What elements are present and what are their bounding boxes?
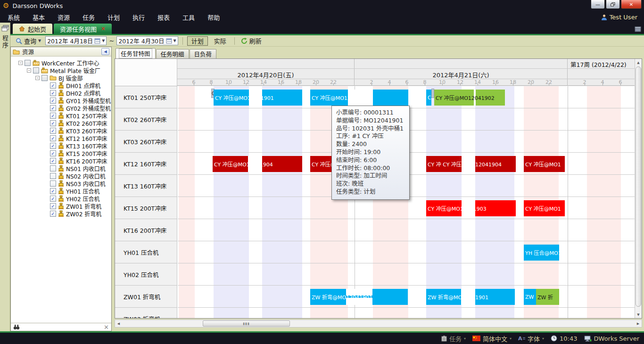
tree-node[interactable]: ✓KT13 160T冲床	[11, 142, 111, 149]
tree-node[interactable]: -Metal Plate 钣金厂	[11, 66, 111, 74]
tree-node[interactable]: ✓YH02 压合机	[11, 195, 111, 202]
vertical-scrollbar[interactable]: ▲ ▼	[635, 59, 642, 318]
refresh-button[interactable]: 刷新	[239, 36, 264, 45]
menu-item[interactable]: 系统	[8, 13, 20, 22]
tree-checkbox[interactable]	[41, 75, 48, 81]
gantt-task-bar[interactable]: CY 冲 CY 冲压@MO12041904	[426, 156, 516, 172]
menu-item[interactable]: 执行	[132, 13, 145, 22]
tree-node[interactable]: ✓KT15 200T冲床	[11, 149, 111, 157]
scroll-left-icon[interactable]: ◀	[115, 320, 122, 327]
tree-node[interactable]: ✓KT12 160T冲床	[11, 134, 111, 142]
menu-item[interactable]: 资源	[58, 13, 70, 22]
restore-button[interactable]	[606, 0, 620, 9]
tree-node[interactable]: -WorkCenter 工作中心	[11, 59, 111, 66]
gantt-task-bar[interactable]: CY 冲压@MO12041904	[310, 156, 408, 172]
gantt-tab[interactable]: 日负荷	[190, 49, 217, 58]
menu-item[interactable]: 帮助	[207, 13, 220, 22]
status-item[interactable]: 10:43	[551, 335, 577, 342]
tree-node[interactable]: ✓DH01 点焊机	[11, 82, 111, 89]
tree-node[interactable]: ✓ZW02 折弯机	[11, 210, 111, 217]
gantt-task-bar[interactable]: CY 冲压@MO12041901	[214, 90, 302, 106]
gantt-task-bar[interactable]: CY 冲压@MO1	[524, 200, 565, 216]
scroll-down-icon[interactable]: ▼	[635, 311, 642, 318]
tree-checkbox[interactable]	[50, 180, 56, 187]
gantt-tab[interactable]: 任务明细	[156, 49, 189, 58]
tree-node[interactable]: NS02 内收口机	[11, 172, 111, 180]
tree-checkbox[interactable]: ✓	[50, 211, 56, 217]
gantt-task-bar[interactable]: ZW	[524, 289, 536, 305]
gantt-task-bar[interactable]: CY 冲压@MO12041903	[426, 200, 516, 216]
layout-icon[interactable]	[635, 26, 641, 32]
current-user[interactable]: Test User	[601, 14, 637, 21]
tree-node[interactable]: -BJ 钣金部	[11, 74, 111, 82]
tree-search-bar[interactable]: ✕	[11, 323, 111, 331]
horizontal-scrollbar[interactable]: ◀ ▮▮▮ ▶	[115, 319, 642, 328]
tree-checkbox[interactable]: ✓	[50, 82, 56, 89]
collapsed-panel-strip[interactable]: 程序	[0, 23, 10, 331]
tree-checkbox[interactable]	[33, 67, 39, 74]
tab-home[interactable]: 起始页	[13, 24, 52, 34]
tree-checkbox[interactable]: ✓	[50, 188, 56, 194]
gantt-task-bar[interactable]: ZW 折弯@MO12041901	[310, 289, 408, 305]
gantt-task-bar[interactable]: C	[426, 90, 431, 106]
tree-node[interactable]: ✓GY01 外桶成型机	[11, 97, 111, 104]
menu-item[interactable]: 工具	[182, 13, 195, 22]
tree-node[interactable]: ✓YH01 压合机	[11, 187, 111, 195]
gantt-task-bar[interactable]: CY 冲压@MO12041904	[213, 156, 302, 172]
tree-checkbox[interactable]: ✓	[50, 98, 56, 104]
tree-node[interactable]: ✓KT02 260T冲床	[11, 119, 111, 127]
status-item[interactable]: 任务▾	[441, 334, 466, 343]
gantt-task-bar[interactable]: CY 冲压@MO12041901	[310, 90, 408, 106]
tree-checkbox[interactable]: ✓	[50, 135, 56, 141]
tree-expander-icon[interactable]: -	[35, 76, 40, 80]
plan-toggle-button[interactable]: 计划	[187, 36, 208, 46]
horizontal-scroll-thumb[interactable]: ▮▮▮	[203, 320, 290, 327]
date-to-picker[interactable]: 2012年 4月30日 ▼	[116, 36, 178, 45]
gantt-task-bar[interactable]: ZW 折	[536, 289, 559, 305]
tree-checkbox[interactable]: ✓	[50, 143, 56, 149]
tab-close-icon[interactable]: ✕	[101, 26, 106, 32]
gantt-task-bar[interactable]: ZW 折弯@MO12041901	[426, 289, 515, 305]
tree-checkbox[interactable]: ✓	[50, 113, 56, 119]
tree-checkbox[interactable]: ✓	[50, 150, 56, 156]
minimize-button[interactable]: —	[591, 0, 605, 9]
scroll-right-icon[interactable]: ▶	[635, 320, 642, 327]
actual-toggle-button[interactable]: 实际	[210, 36, 230, 46]
scroll-up-icon[interactable]: ▲	[635, 59, 642, 66]
date-from-picker[interactable]: 2012年 4月18日 ▼	[45, 36, 107, 45]
tree-checkbox[interactable]: ✓	[50, 158, 56, 164]
tree-node[interactable]: ✓ZW01 折弯机	[11, 202, 111, 210]
tree-expander-icon[interactable]: -	[27, 68, 31, 73]
tab-resource-task-view[interactable]: 资源任务视图 ✕	[54, 24, 112, 34]
tree-checkbox[interactable]	[50, 173, 56, 179]
gantt-task-bar[interactable]: YH 压合@MO1	[524, 245, 559, 261]
query-button[interactable]: 查询 ▼	[14, 36, 43, 46]
tree-node[interactable]: ✓GY02 外桶成型机	[11, 104, 111, 112]
gantt-task-bar[interactable]: CY 冲压@MO1	[524, 156, 565, 172]
vertical-scroll-thumb[interactable]	[636, 66, 641, 307]
status-item[interactable]: A字体▾	[518, 334, 544, 343]
clear-search-icon[interactable]: ✕	[104, 324, 109, 330]
menu-item[interactable]: 计划	[107, 13, 120, 22]
tree-checkbox[interactable]: ✓	[50, 90, 56, 96]
tree-node[interactable]: ✓KT16 200T冲床	[11, 157, 111, 164]
tree-checkbox[interactable]: ✓	[50, 120, 56, 126]
tree-expander-icon[interactable]: -	[18, 61, 23, 65]
menu-item[interactable]: 基本	[33, 13, 45, 22]
tree-node[interactable]: NS03 内收口机	[11, 180, 111, 187]
gantt-task-bar[interactable]: CY 冲压@MO12041902	[434, 90, 505, 106]
status-item[interactable]: 简体中文▾	[472, 334, 512, 343]
gantt-tab[interactable]: 任务甘特图	[116, 48, 156, 58]
tree-checkbox[interactable]: ✓	[50, 128, 56, 134]
tree-checkbox[interactable]	[25, 60, 31, 66]
menu-item[interactable]: 任务	[83, 13, 95, 22]
tree-checkbox[interactable]	[50, 165, 56, 172]
tree-node[interactable]: ✓DH02 点焊机	[11, 89, 111, 97]
collapse-panel-button[interactable]: ◀	[101, 48, 109, 55]
status-item[interactable]: DWorks Server	[584, 335, 639, 342]
tree-checkbox[interactable]: ✓	[50, 105, 56, 111]
tree-checkbox[interactable]: ✓	[50, 203, 56, 209]
close-button[interactable]: ✕	[621, 0, 642, 9]
menu-item[interactable]: 报表	[157, 13, 170, 22]
tree-node[interactable]: NS01 内收口机	[11, 164, 111, 172]
